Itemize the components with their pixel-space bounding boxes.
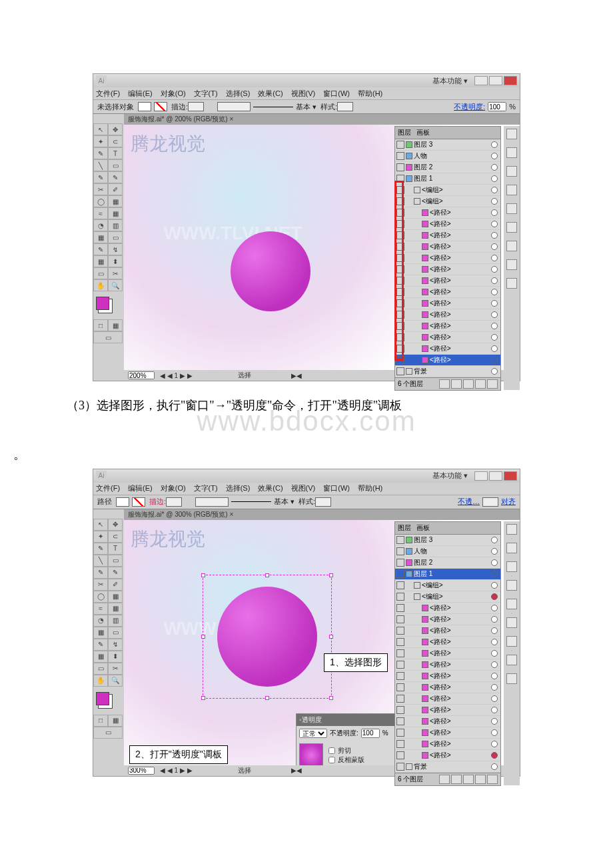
brushes-panel-icon[interactable] <box>506 278 517 289</box>
transparency-panel-icon[interactable] <box>506 203 517 214</box>
layer-row[interactable]: <编组> <box>395 591 500 603</box>
menu-file[interactable]: 文件(F) <box>96 89 120 99</box>
selection-tool[interactable]: ↖ <box>93 123 108 135</box>
warp-tool[interactable]: ≈ <box>93 207 108 219</box>
screen-mode[interactable]: ▭ <box>93 727 123 739</box>
locate-button[interactable] <box>439 379 450 389</box>
new-sublayer-button[interactable] <box>463 379 474 389</box>
menu-view[interactable]: 视图(V) <box>291 483 316 493</box>
layer-row[interactable]: <路径> <box>395 603 500 614</box>
color-panel-icon[interactable] <box>506 129 517 139</box>
blend-tool[interactable]: ↯ <box>108 639 123 651</box>
nav-controls[interactable]: ◀ ◀ 1 ▶ ▶ <box>160 372 193 379</box>
fill-swatch[interactable] <box>116 497 129 507</box>
zoom-tool[interactable]: 🔍 <box>108 675 123 687</box>
menu-window[interactable]: 窗口(W) <box>323 89 350 99</box>
symbols-panel-icon[interactable] <box>506 655 517 665</box>
layer-row[interactable]: <路径> <box>395 705 500 716</box>
stroke-swatch[interactable] <box>154 102 167 111</box>
invert-mask-checkbox[interactable] <box>328 757 335 763</box>
layer-row[interactable]: 人物 <box>395 546 500 557</box>
layer-row[interactable]: <路径> <box>395 659 500 671</box>
blend-mode-select[interactable]: 正常 <box>299 729 327 738</box>
new-layer-button[interactable] <box>475 379 486 389</box>
maximize-button[interactable] <box>489 471 502 481</box>
layer-row[interactable]: 图层 2 <box>395 557 500 569</box>
color-selector[interactable] <box>93 294 124 313</box>
opacity-link[interactable]: 不透… <box>458 497 480 507</box>
direct-select-tool[interactable]: ✥ <box>108 519 123 531</box>
layer-row-selected[interactable]: 图层 1 <box>395 569 500 580</box>
layer-row[interactable]: 背景 <box>395 366 500 377</box>
color-mode[interactable]: □ <box>93 715 108 727</box>
menu-type[interactable]: 文字(T) <box>194 483 218 493</box>
zoom-input[interactable] <box>128 371 155 379</box>
eyedropper-tool[interactable]: ✎ <box>93 639 108 651</box>
document-tab[interactable]: 服饰海报.ai* @ 200% (RGB/预览) × <box>124 114 520 125</box>
magic-wand-tool[interactable]: ✦ <box>93 135 108 147</box>
menu-view[interactable]: 视图(V) <box>291 89 316 99</box>
type-tool[interactable]: T <box>108 147 123 159</box>
slice-tool[interactable]: ✂ <box>108 663 123 675</box>
slice-tool[interactable]: ✂ <box>108 267 123 279</box>
gradient-tool[interactable]: ▭ <box>108 627 123 639</box>
stroke-panel-icon[interactable] <box>506 166 517 177</box>
layer-row[interactable]: <路径> <box>395 727 500 739</box>
zoom-input[interactable] <box>128 767 155 775</box>
hand-tool[interactable]: ✋ <box>93 675 108 687</box>
mesh-tool[interactable]: ▦ <box>93 627 108 639</box>
blob-tool[interactable]: ✂ <box>93 579 108 591</box>
tab-layers[interactable]: 图层 <box>398 128 411 137</box>
zoom-tool[interactable]: 🔍 <box>108 279 123 291</box>
new-sublayer-button[interactable] <box>463 775 474 784</box>
transparency-panel-icon[interactable] <box>506 599 517 609</box>
layer-row[interactable]: <路径> <box>395 264 500 275</box>
blob-tool[interactable]: ✂ <box>93 183 108 195</box>
mesh-tool[interactable]: ▦ <box>93 231 108 243</box>
opacity-link[interactable]: 不透明度: <box>454 102 485 112</box>
line-tool[interactable]: ╲ <box>93 159 108 171</box>
screen-mode[interactable]: ▭ <box>93 331 123 343</box>
layer-row[interactable]: <编组> <box>395 580 500 591</box>
graph-tool[interactable]: ▥ <box>108 615 123 627</box>
perspective-tool[interactable]: ⬍ <box>108 651 123 663</box>
layer-row[interactable]: <路径> <box>395 207 500 219</box>
warp-tool[interactable]: ≈ <box>93 603 108 615</box>
live-paint-tool[interactable]: ▦ <box>93 651 108 663</box>
menu-object[interactable]: 对象(O) <box>161 483 186 493</box>
symbol-spray-tool[interactable]: ◔ <box>93 219 108 231</box>
layer-row[interactable]: <路径> <box>395 750 500 761</box>
brush-def[interactable] <box>217 102 251 111</box>
layer-row[interactable]: <路径> <box>395 253 500 264</box>
swatches-panel-icon[interactable] <box>506 543 517 553</box>
trash-button[interactable] <box>487 775 498 784</box>
menubar[interactable]: 文件(F) 编辑(E) 对象(O) 文字(T) 选择(S) 效果(C) 视图(V… <box>93 483 520 495</box>
document-tab[interactable]: 服饰海报.ai* @ 300% (RGB/预览) × <box>124 509 520 520</box>
line-tool[interactable]: ╲ <box>93 555 108 567</box>
layer-row[interactable]: <路径> <box>395 614 500 625</box>
hand-tool[interactable]: ✋ <box>93 279 108 291</box>
layer-row[interactable]: <路径> <box>395 321 500 332</box>
pen-tool[interactable]: ✎ <box>93 147 108 159</box>
menu-help[interactable]: 帮助(H) <box>358 89 382 99</box>
pen-tool[interactable]: ✎ <box>93 543 108 555</box>
blend-tool[interactable]: ↯ <box>108 243 123 255</box>
free-transform-tool[interactable]: ▦ <box>108 603 123 615</box>
eyedropper-tool[interactable]: ✎ <box>93 243 108 255</box>
color-mode[interactable]: □ <box>93 319 108 331</box>
layer-row[interactable]: <路径> <box>395 332 500 343</box>
minimize-button[interactable] <box>474 471 488 481</box>
stroke-panel-icon[interactable] <box>506 561 517 572</box>
layer-row[interactable]: <路径> <box>395 739 500 750</box>
opacity-input[interactable] <box>488 102 506 111</box>
free-transform-tool[interactable]: ▦ <box>108 207 123 219</box>
layer-row[interactable]: 图层 3 <box>395 535 500 546</box>
stroke-swatch[interactable] <box>132 497 145 507</box>
layer-row[interactable]: <路径> <box>395 287 500 298</box>
layer-row[interactable]: <路径> <box>395 671 500 682</box>
symbols-panel-icon[interactable] <box>506 259 517 270</box>
nav-controls[interactable]: ◀ ◀ 1 ▶ ▶ <box>160 767 193 774</box>
layer-row[interactable]: 人物 <box>395 151 500 162</box>
tab-layers[interactable]: 图层 <box>398 523 411 533</box>
swatches-panel-icon[interactable] <box>506 147 517 158</box>
